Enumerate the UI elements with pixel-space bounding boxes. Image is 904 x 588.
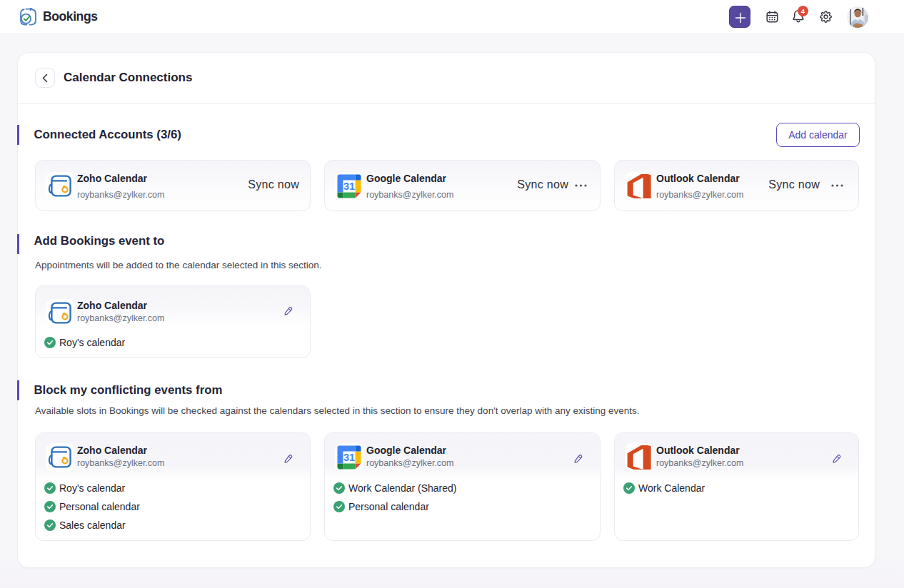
svg-text:31: 31	[343, 181, 355, 192]
svg-text:31: 31	[343, 452, 355, 463]
